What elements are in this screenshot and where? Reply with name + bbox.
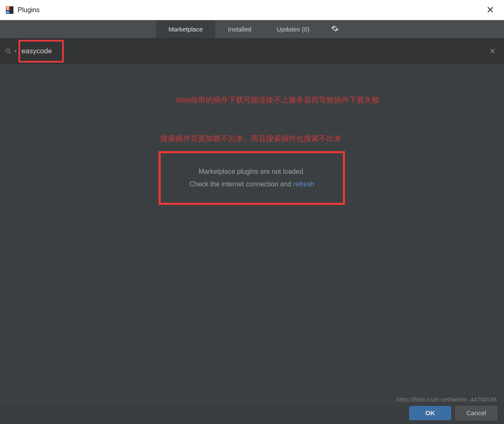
main-content: idea自带的插件下载可能连接不上服务器而导致插件下载失败 搜索插件页面加载不出… (0, 64, 504, 401)
error-line-2: Check the internet connection and refres… (189, 181, 314, 188)
tab-updates-label: Updates (0) (277, 26, 309, 33)
ok-button-label: OK (426, 409, 435, 416)
tab-installed[interactable]: Installed (215, 20, 264, 38)
window-title: Plugins (18, 6, 482, 14)
tab-settings[interactable] (322, 20, 348, 38)
error-line-2-prefix: Check the internet connection and (189, 181, 293, 188)
refresh-link[interactable]: refresh (293, 181, 314, 188)
error-message-box: Marketplace plugins are not loaded. Chec… (159, 151, 345, 205)
search-bar: ▾ ✕ (0, 39, 504, 64)
svg-line-5 (9, 52, 10, 53)
tab-installed-label: Installed (228, 26, 251, 33)
window-titlebar: Plugins ✕ (0, 0, 504, 20)
gear-icon (331, 25, 339, 34)
cancel-button-label: Cancel (467, 409, 486, 416)
search-input-container (20, 44, 486, 58)
ok-button[interactable]: OK (409, 406, 451, 420)
error-line-1: Marketplace plugins are not loaded. (198, 168, 305, 175)
search-input[interactable] (20, 44, 486, 58)
search-dropdown-chevron-icon[interactable]: ▾ (14, 49, 16, 53)
tabs-bar: Marketplace Installed Updates (0) (0, 20, 504, 39)
window-close-button[interactable]: ✕ (482, 3, 498, 17)
annotation-text-2: 搜索插件页面加载不出来。而且搜索插件也搜索不出来 (160, 133, 342, 144)
search-icon[interactable] (5, 48, 12, 55)
intellij-icon (6, 6, 13, 14)
dialog-footer: OK Cancel (0, 401, 504, 424)
annotation-text-1: idea自带的插件下载可能连接不上服务器而导致插件下载失败 (176, 95, 379, 105)
tab-marketplace-label: Marketplace (169, 26, 203, 33)
cancel-button[interactable]: Cancel (455, 406, 497, 420)
search-clear-button[interactable]: ✕ (486, 45, 499, 58)
tab-updates[interactable]: Updates (0) (264, 20, 322, 38)
tab-marketplace[interactable]: Marketplace (156, 20, 216, 38)
svg-rect-3 (7, 12, 9, 13)
svg-point-4 (6, 49, 10, 52)
